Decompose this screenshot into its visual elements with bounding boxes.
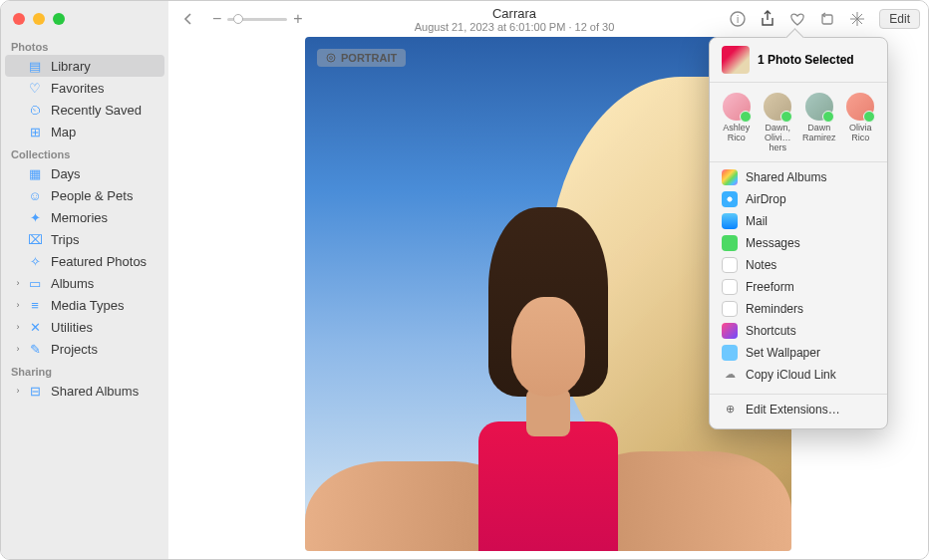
contact-name: Dawn, Olivi…hers	[759, 124, 796, 153]
chevron-right-icon: ›	[13, 278, 23, 288]
sidebar-item-label: Projects	[51, 342, 98, 357]
zoom-track[interactable]	[227, 18, 287, 21]
sidebar-section-header: Collections	[1, 142, 168, 162]
share-option-airdrop[interactable]: AirDrop	[710, 188, 887, 210]
sidebar-item-label: Shared Albums	[51, 384, 139, 399]
utilities-icon: ✕	[27, 319, 43, 335]
app-icon	[722, 345, 738, 361]
svg-text:i: i	[737, 14, 739, 25]
zoom-out-icon: −	[212, 10, 221, 28]
zoom-slider[interactable]: − +	[212, 10, 303, 28]
info-button[interactable]: i	[726, 7, 750, 31]
share-option-label: Messages	[746, 236, 800, 250]
sidebar-item-label: Memories	[51, 210, 108, 225]
sidebar-item-shared-albums[interactable]: ›⊟Shared Albums	[5, 380, 164, 402]
photo-title: Carrara	[303, 6, 727, 21]
close-window-button[interactable]	[13, 13, 25, 25]
sidebar-item-recently-saved[interactable]: ⏲Recently Saved	[5, 99, 164, 121]
share-option-label: Shortcuts	[746, 324, 796, 338]
messages-badge-icon	[740, 111, 752, 123]
sidebar-section-header: Sharing	[1, 360, 168, 380]
share-option-mail[interactable]: Mail	[710, 210, 887, 232]
share-option-label: Mail	[746, 214, 768, 228]
chevron-right-icon: ›	[13, 300, 23, 310]
share-contact[interactable]: Dawn Ramirez	[800, 93, 838, 153]
portrait-badge: PORTRAIT	[317, 49, 406, 67]
app-icon	[722, 301, 738, 317]
messages-badge-icon	[780, 111, 792, 123]
share-option-set-wallpaper[interactable]: Set Wallpaper	[710, 342, 887, 364]
sidebar-item-label: People & Pets	[51, 188, 133, 203]
projects-icon: ✎	[27, 341, 43, 357]
star-icon: ✦	[27, 209, 43, 225]
share-option-messages[interactable]: Messages	[710, 232, 887, 254]
maximize-window-button[interactable]	[53, 13, 65, 25]
app-icon	[722, 235, 738, 251]
sidebar-item-label: Days	[51, 166, 81, 181]
app-icon: ☁︎	[722, 367, 738, 383]
chevron-right-icon: ›	[13, 386, 23, 396]
contact-name: Ashley Rico	[718, 124, 756, 143]
share-option-label: AirDrop	[746, 192, 786, 206]
sparkle-icon: ✧	[27, 253, 43, 269]
sidebar-section-header: Photos	[1, 35, 168, 55]
share-contact[interactable]: Dawn, Olivi…hers	[759, 93, 796, 153]
toolbar: − + Carrara August 21, 2023 at 6:01:00 P…	[168, 1, 928, 37]
sidebar-item-memories[interactable]: ✦Memories	[5, 206, 164, 228]
sidebar-item-label: Trips	[51, 232, 79, 247]
favorite-button[interactable]	[785, 7, 809, 31]
share-option-reminders[interactable]: Reminders	[710, 298, 887, 320]
suitcase-icon: ⌧	[27, 231, 43, 247]
sidebar-item-map[interactable]: ⊞Map	[5, 121, 164, 142]
sidebar-item-label: Recently Saved	[51, 103, 142, 118]
app-icon	[722, 213, 738, 229]
sidebar-item-days[interactable]: ▦Days	[5, 162, 164, 184]
contact-name: Dawn Ramirez	[800, 124, 838, 143]
sidebar-item-label: Featured Photos	[51, 254, 147, 269]
sidebar-item-label: Favorites	[51, 81, 104, 96]
share-option-shortcuts[interactable]: Shortcuts	[710, 320, 887, 342]
auto-enhance-button[interactable]	[845, 7, 869, 31]
messages-badge-icon	[822, 111, 834, 123]
app-icon	[722, 257, 738, 273]
library-icon: ▤	[27, 58, 43, 74]
minimize-window-button[interactable]	[33, 13, 45, 25]
share-option-label: Notes	[746, 258, 776, 272]
sidebar-item-people-pets[interactable]: ☺People & Pets	[5, 184, 164, 206]
sidebar-item-media-types[interactable]: ›≡Media Types	[5, 294, 164, 316]
map-icon: ⊞	[27, 124, 43, 140]
rotate-button[interactable]	[815, 7, 839, 31]
sidebar-item-label: Utilities	[51, 320, 93, 335]
share-option-notes[interactable]: Notes	[710, 254, 887, 276]
aperture-icon	[326, 53, 336, 63]
share-option-label: Reminders	[746, 302, 803, 316]
people-icon: ☺	[27, 187, 43, 203]
share-option-copy-icloud-link[interactable]: ☁︎Copy iCloud Link	[710, 364, 887, 386]
sidebar-item-library[interactable]: ▤Library	[5, 55, 164, 77]
messages-badge-icon	[863, 111, 875, 123]
sidebar-item-projects[interactable]: ›✎Projects	[5, 338, 164, 360]
share-button[interactable]	[756, 7, 779, 31]
sidebar-item-trips[interactable]: ⌧Trips	[5, 228, 164, 250]
share-option-freeform[interactable]: Freeform	[710, 276, 887, 298]
sidebar-item-utilities[interactable]: ›✕Utilities	[5, 316, 164, 338]
sidebar-item-albums[interactable]: ›▭Albums	[5, 272, 164, 294]
calendar-icon: ▦	[27, 165, 43, 181]
sidebar: Photos▤Library♡Favorites⏲Recently Saved⊞…	[1, 1, 168, 559]
sidebar-item-featured-photos[interactable]: ✧Featured Photos	[5, 250, 164, 272]
share-selection-label: 1 Photo Selected	[758, 53, 854, 67]
svg-point-4	[330, 57, 333, 60]
share-option-label: Copy iCloud Link	[746, 368, 836, 382]
app-icon	[722, 279, 738, 295]
edit-button[interactable]: Edit	[879, 9, 920, 29]
share-thumbnail	[722, 46, 750, 74]
heart-icon: ♡	[27, 80, 43, 96]
sidebar-item-favorites[interactable]: ♡Favorites	[5, 77, 164, 99]
app-icon	[722, 191, 738, 207]
zoom-in-icon: +	[293, 10, 302, 28]
edit-extensions-item[interactable]: ⊕ Edit Extensions…	[710, 399, 887, 420]
share-contact[interactable]: Ashley Rico	[718, 93, 756, 153]
back-button[interactable]	[176, 7, 200, 31]
share-contact[interactable]: Olivia Rico	[841, 93, 879, 153]
share-option-shared-albums[interactable]: Shared Albums	[710, 166, 887, 188]
